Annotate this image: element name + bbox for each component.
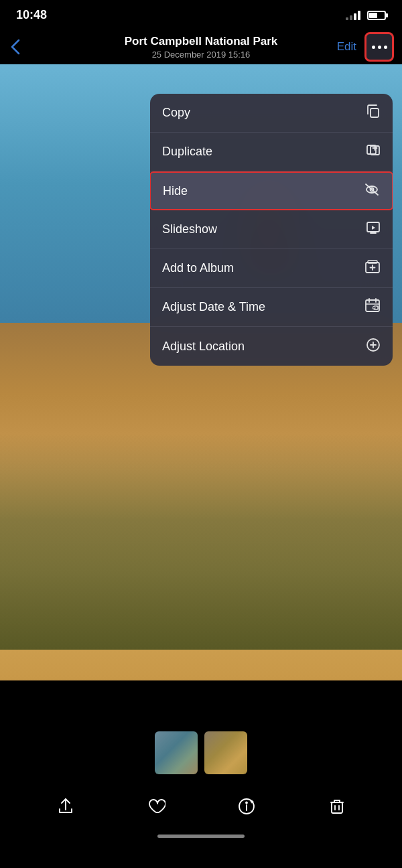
duplicate-icon [366,143,381,161]
nav-title: Port Campbell National Park [125,35,278,48]
context-menu: Copy Duplicate Hide [150,94,393,366]
slideshow-icon [366,220,381,238]
signal-icon [346,11,360,20]
bottom-actions [0,785,402,828]
svg-point-26 [246,802,247,804]
add-to-album-icon [364,259,381,277]
menu-item-copy[interactable]: Copy [150,94,393,133]
svg-rect-27 [332,802,342,813]
menu-item-hide[interactable]: Hide [150,171,393,210]
svg-rect-0 [371,108,379,117]
hide-icon [364,182,380,200]
menu-item-slideshow[interactable]: Slideshow [150,210,393,249]
battery-icon [367,11,386,20]
three-dots-icon [372,46,387,49]
top-nav: Port Campbell National Park 25 December … [0,29,402,64]
back-button[interactable] [9,38,23,56]
copy-icon [366,104,381,122]
menu-item-add-to-album[interactable]: Add to Album [150,249,393,288]
nav-subtitle: 25 December 2019 15:16 [125,50,278,60]
thumbnail-1[interactable] [155,731,198,774]
delete-button[interactable] [322,792,352,821]
menu-item-adjust-location[interactable]: Adjust Location [150,327,393,366]
share-button[interactable] [51,792,80,821]
thumbnails-row [155,731,247,774]
photo-bushes-layer [0,434,402,650]
home-indicator [157,835,245,838]
bottom-strip [0,721,402,868]
status-time: 10:48 [16,8,47,22]
thumbnail-2[interactable] [204,731,247,774]
adjust-location-icon [366,338,381,356]
edit-button[interactable]: Edit [337,40,356,54]
menu-item-duplicate[interactable]: Duplicate [150,133,393,171]
status-bar: 10:48 [0,0,402,27]
adjust-date-icon [364,298,381,316]
info-button[interactable] [232,792,261,821]
svg-rect-12 [368,261,377,263]
favorite-button[interactable] [141,792,171,821]
nav-title-block: Port Campbell National Park 25 December … [125,35,278,60]
more-options-button[interactable] [364,32,394,62]
status-icons [346,11,386,20]
menu-item-adjust-date-time[interactable]: Adjust Date & Time [150,288,393,327]
